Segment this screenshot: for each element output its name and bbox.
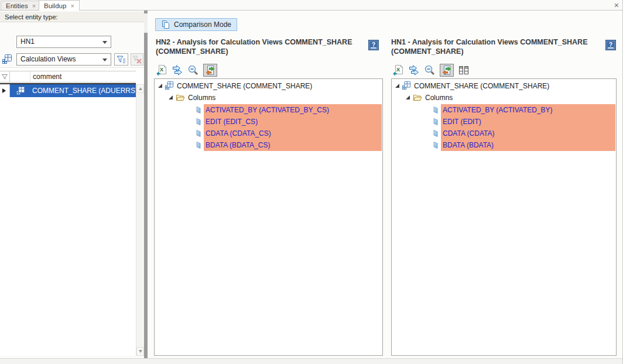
sidebar-header: Select entity type:	[0, 12, 144, 22]
comparison-mode-label: Comparison Mode	[174, 20, 231, 29]
tree-column-label[interactable]: CDATA (CDATA_CS)	[206, 128, 271, 139]
export-to-excel-button[interactable]: X	[392, 64, 404, 76]
zoom-out-icon	[424, 64, 436, 76]
close-icon[interactable]: ×	[614, 1, 619, 10]
column-icon	[432, 117, 440, 126]
expander-icon[interactable]	[169, 95, 173, 99]
column-icon	[194, 117, 203, 126]
arrow-down-icon	[139, 350, 142, 353]
clear-filter-button[interactable]	[131, 53, 143, 66]
chevron-down-icon	[102, 41, 107, 44]
comment-column-header[interactable]: comment	[30, 71, 61, 82]
calculation-view-icon	[2, 54, 12, 64]
tree-node-label[interactable]: COMMENT_SHARE (COMMENT_SHARE)	[414, 80, 549, 92]
help-button[interactable]: ?	[368, 40, 379, 50]
filter-icon	[1, 73, 8, 80]
tree-column-label[interactable]: BDATA (BDATA_CS)	[206, 139, 270, 151]
row-marker-cell	[0, 84, 10, 97]
tab-buildup[interactable]: Buildup ×	[39, 0, 80, 11]
svg-text:X: X	[160, 67, 163, 73]
entity-list	[0, 67, 144, 356]
compare-highlight-icon	[204, 64, 216, 76]
compare-highlight-button[interactable]	[203, 64, 217, 77]
bottom-edge	[0, 358, 623, 364]
export-to-excel-icon: X	[392, 64, 404, 76]
close-icon[interactable]: ×	[32, 3, 36, 9]
two-documents-icon	[161, 20, 170, 29]
tree-column-label[interactable]: ACTIVATED_BY (ACTIVATED_BY_CS)	[206, 104, 329, 116]
tab-entities[interactable]: Entities ×	[1, 1, 41, 10]
zoom-out-button[interactable]	[424, 64, 436, 76]
comparison-mode-button[interactable]: Comparison Mode	[155, 18, 237, 31]
tree-column-label[interactable]: EDIT (EDIT_CS)	[206, 116, 258, 128]
scroll-up-button[interactable]	[136, 84, 144, 93]
column-filter-cell[interactable]	[0, 71, 10, 82]
transfer-results-button[interactable]	[172, 64, 183, 76]
selected-entity-label: COMMENT_SHARE (ADUERRSTEIN_T	[32, 84, 136, 97]
column-icon	[194, 105, 203, 115]
panel-title-right: HN1 - Analysis for Calculation Views COM…	[391, 37, 601, 56]
filter-button[interactable]	[114, 53, 128, 66]
table-row[interactable]: COMMENT_SHARE (ADUERRSTEIN_T	[0, 83, 136, 97]
transfer-results-icon	[408, 64, 420, 76]
panel-title-right-line2: (COMMENT_SHARE)	[391, 47, 464, 56]
help-book-icon: ?	[368, 40, 379, 50]
column-icon	[194, 129, 203, 138]
tree-column-label[interactable]: CDATA (CDATA)	[443, 128, 494, 139]
transfer-results-button[interactable]	[408, 64, 420, 76]
panel-title-right-line1: HN1 - Analysis for Calculation Views COM…	[391, 38, 588, 46]
export-to-excel-icon: X	[156, 64, 167, 76]
expander-icon[interactable]	[395, 84, 399, 88]
comparison-tree-right: COMMENT_SHARE (COMMENT_SHARE) Columns AC…	[391, 78, 617, 356]
tree-group-label[interactable]: Columns	[188, 92, 215, 104]
column-icon	[432, 140, 440, 150]
tab-bar: Entities × Buildup × ×	[0, 0, 623, 11]
export-to-excel-button[interactable]: X	[156, 64, 167, 76]
panel-title-left-line2: (COMMENT_SHARE)	[156, 47, 228, 56]
compare-highlight-button[interactable]	[440, 64, 454, 77]
system-select[interactable]: HN1	[16, 36, 111, 48]
sidebar-scrollbar[interactable]	[136, 84, 144, 356]
tree-group-label[interactable]: Columns	[425, 92, 453, 104]
grid-view-button[interactable]	[458, 64, 470, 76]
column-icon	[194, 140, 203, 150]
tree-node-label[interactable]: COMMENT_SHARE (COMMENT_SHARE)	[177, 80, 312, 92]
open-folder-icon	[176, 93, 185, 102]
entity-type-select[interactable]: Calculation Views	[16, 53, 111, 66]
expander-icon[interactable]	[406, 95, 410, 99]
help-book-icon: ?	[605, 40, 616, 50]
panel-toolbar-left: X	[156, 63, 217, 77]
svg-text:?: ?	[609, 42, 612, 48]
panel-title-left: HN2 - Analysis for Calculation Views COM…	[156, 37, 365, 56]
tree-column-label[interactable]: ACTIVATED_BY (ACTIVATED_BY)	[443, 104, 553, 116]
selected-entity-cell[interactable]: COMMENT_SHARE (ADUERRSTEIN_T	[10, 84, 136, 97]
system-select-value: HN1	[20, 37, 35, 46]
comparison-tree-left: COMMENT_SHARE (COMMENT_SHARE) Columns AC…	[154, 78, 383, 356]
zoom-out-button[interactable]	[187, 64, 199, 76]
sidebar: Select entity type: HN1 Calculation View…	[0, 11, 144, 358]
scroll-down-button[interactable]	[136, 347, 144, 356]
panel-title-left-line1: HN2 - Analysis for Calculation Views COM…	[156, 38, 352, 46]
tab-buildup-label: Buildup	[44, 2, 66, 9]
calculation-view-icon	[402, 81, 411, 90]
current-row-arrow-icon	[2, 88, 6, 93]
tree-column-label[interactable]: BDATA (BDATA)	[443, 139, 494, 151]
calculation-view-icon	[16, 86, 25, 95]
expander-icon[interactable]	[158, 84, 162, 88]
close-icon[interactable]: ×	[70, 3, 74, 9]
chevron-down-icon	[102, 59, 107, 61]
clear-filter-icon	[131, 54, 143, 66]
tree-column-label[interactable]: EDIT (EDIT)	[443, 116, 481, 128]
compare-highlight-icon	[441, 64, 453, 76]
transfer-results-icon	[172, 64, 183, 76]
help-button[interactable]: ?	[605, 40, 616, 50]
column-icon	[432, 105, 440, 115]
open-folder-icon	[413, 93, 422, 102]
arrow-up-icon	[139, 87, 142, 90]
entity-grid-header: comment	[0, 71, 136, 83]
svg-text:X: X	[396, 67, 400, 73]
tab-entities-label: Entities	[6, 2, 28, 9]
zoom-out-icon	[187, 64, 199, 76]
entity-type-select-value: Calculation Views	[20, 55, 76, 63]
application-window: Entities × Buildup × × Select entity typ…	[0, 0, 623, 364]
